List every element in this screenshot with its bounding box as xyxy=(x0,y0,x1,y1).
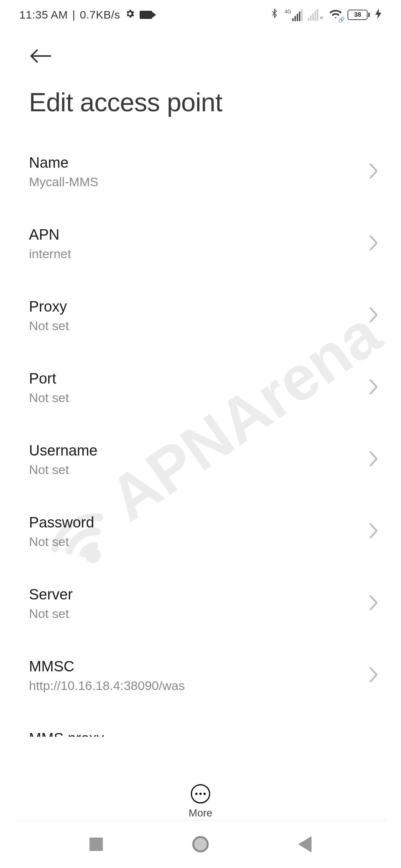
setting-label: APN xyxy=(29,226,71,243)
chevron-right-icon xyxy=(369,451,379,468)
setting-row-mms-proxy[interactable]: MMS proxy 10.16.18.77 xyxy=(0,711,401,737)
status-bar: 11:35 AM | 0.7KB/s 4G xyxy=(0,0,401,30)
more-button[interactable]: More xyxy=(0,775,401,819)
camera-icon xyxy=(140,11,152,19)
more-label: More xyxy=(189,807,212,819)
bluetooth-icon xyxy=(270,7,279,23)
back-button[interactable] xyxy=(29,48,53,64)
status-time: 11:35 AM xyxy=(19,9,68,21)
setting-row-username[interactable]: Username Not set xyxy=(0,424,401,496)
setting-row-name[interactable]: Name Mycall-MMS xyxy=(0,136,401,208)
setting-label: Name xyxy=(29,154,98,171)
chevron-right-icon xyxy=(369,595,379,612)
nav-home-button[interactable] xyxy=(192,836,209,852)
setting-label: Proxy xyxy=(29,298,69,315)
chevron-right-icon xyxy=(369,379,379,396)
chevron-right-icon xyxy=(369,523,379,540)
setting-value: Not set xyxy=(29,535,94,549)
chevron-right-icon xyxy=(369,235,379,252)
wifi-icon: 🔗 xyxy=(329,8,342,22)
setting-value: internet xyxy=(29,247,71,261)
setting-row-password[interactable]: Password Not set xyxy=(0,496,401,568)
setting-label: MMSC xyxy=(29,658,185,675)
nav-recents-button[interactable] xyxy=(89,838,103,851)
setting-value: Not set xyxy=(29,319,69,333)
setting-row-server[interactable]: Server Not set xyxy=(0,568,401,640)
charging-icon xyxy=(375,9,382,21)
signal-sim2: ✕ xyxy=(308,9,324,21)
setting-row-port[interactable]: Port Not set xyxy=(0,352,401,424)
setting-value: Mycall-MMS xyxy=(29,175,98,189)
setting-row-proxy[interactable]: Proxy Not set xyxy=(0,280,401,352)
signal-sim1: 4G xyxy=(284,9,303,21)
setting-label: Username xyxy=(29,442,98,459)
setting-label: Server xyxy=(29,586,73,603)
setting-label: MMS proxy xyxy=(29,730,104,737)
status-separator: | xyxy=(72,9,75,21)
setting-row-apn[interactable]: APN internet xyxy=(0,208,401,280)
setting-row-mmsc[interactable]: MMSC http://10.16.18.4:38090/was xyxy=(0,640,401,711)
setting-value: Not set xyxy=(29,606,73,621)
page-title: Edit access point xyxy=(0,76,401,136)
more-icon xyxy=(191,784,210,803)
setting-value: http://10.16.18.4:38090/was xyxy=(29,678,185,693)
setting-label: Port xyxy=(29,370,69,387)
nav-bar xyxy=(0,821,401,868)
status-net-speed: 0.7KB/s xyxy=(80,9,120,21)
chevron-right-icon xyxy=(369,307,379,324)
setting-value: Not set xyxy=(29,463,98,477)
battery-indicator: 38 xyxy=(348,10,370,20)
settings-list: Name Mycall-MMS APN internet Proxy xyxy=(0,136,401,737)
setting-label: Password xyxy=(29,514,94,531)
nav-back-button[interactable] xyxy=(298,836,312,852)
setting-value: Not set xyxy=(29,391,69,405)
chevron-right-icon xyxy=(369,667,379,684)
gear-icon xyxy=(125,9,135,22)
chevron-right-icon xyxy=(369,163,379,180)
